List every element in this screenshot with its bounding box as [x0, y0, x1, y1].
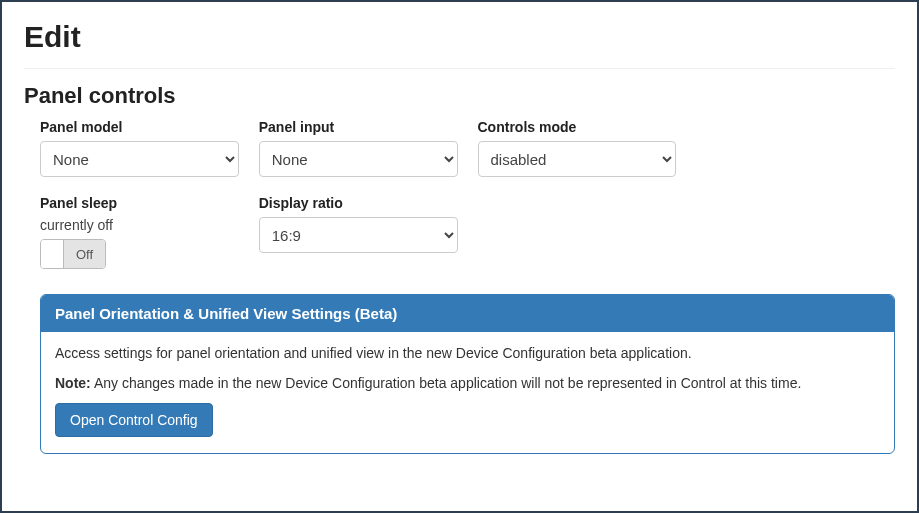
section-title: Panel controls	[24, 83, 895, 109]
page-title: Edit	[24, 20, 895, 54]
beta-card-body: Access settings for panel orientation an…	[41, 332, 894, 453]
label-display-ratio: Display ratio	[259, 195, 458, 211]
field-display-ratio: Display ratio 16:9	[259, 195, 458, 272]
select-panel-input[interactable]: None	[259, 141, 458, 177]
toggle-panel-sleep[interactable]: Off	[40, 239, 106, 269]
field-spacer-3	[696, 195, 895, 272]
select-display-ratio[interactable]: 16:9	[259, 217, 458, 253]
status-panel-sleep: currently off	[40, 217, 239, 233]
label-controls-mode: Controls mode	[478, 119, 677, 135]
beta-note: Note: Any changes made in the new Device…	[55, 374, 880, 394]
beta-settings-card: Panel Orientation & Unified View Setting…	[40, 294, 895, 454]
beta-note-text: Any changes made in the new Device Confi…	[91, 375, 802, 391]
controls-grid: Panel model None Panel input None Contro…	[24, 119, 895, 272]
toggle-empty-segment	[41, 240, 63, 268]
field-panel-model: Panel model None	[40, 119, 239, 177]
beta-card-header: Panel Orientation & Unified View Setting…	[41, 295, 894, 332]
beta-note-label: Note:	[55, 375, 91, 391]
select-panel-model[interactable]: None	[40, 141, 239, 177]
label-panel-sleep: Panel sleep	[40, 195, 239, 211]
open-control-config-button[interactable]: Open Control Config	[55, 403, 213, 437]
label-panel-input: Panel input	[259, 119, 458, 135]
field-panel-sleep: Panel sleep currently off Off	[40, 195, 239, 272]
field-controls-mode: Controls mode disabled	[478, 119, 677, 177]
toggle-off-segment: Off	[63, 240, 105, 268]
field-panel-input: Panel input None	[259, 119, 458, 177]
select-controls-mode[interactable]: disabled	[478, 141, 677, 177]
beta-description: Access settings for panel orientation an…	[55, 344, 880, 364]
field-spacer-1	[696, 119, 895, 177]
edit-panel-window: Edit Panel controls Panel model None Pan…	[0, 0, 919, 513]
label-panel-model: Panel model	[40, 119, 239, 135]
divider	[24, 68, 895, 69]
field-spacer-2	[478, 195, 677, 272]
